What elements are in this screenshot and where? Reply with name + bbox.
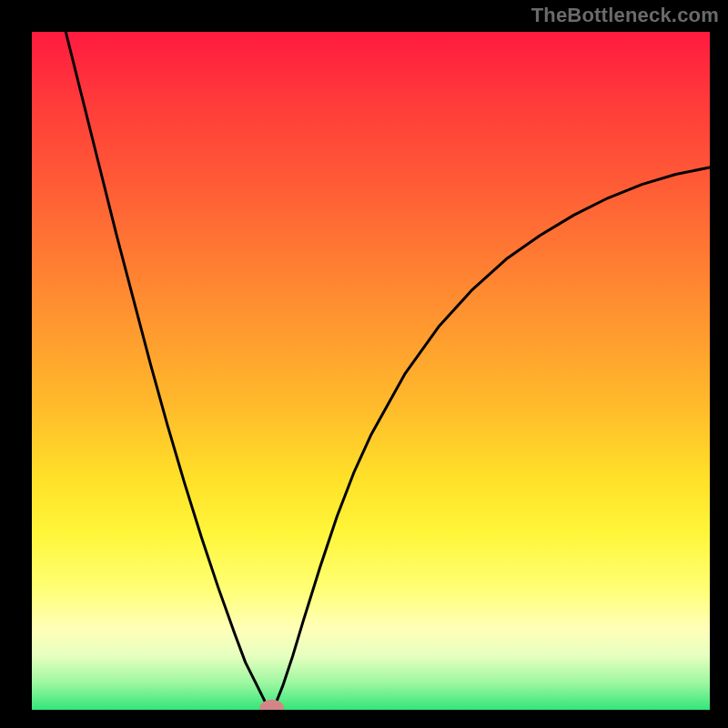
chart-frame: TheBottleneck.com bbox=[0, 0, 728, 728]
curve-left-branch bbox=[66, 32, 270, 710]
curve-right-branch bbox=[273, 167, 710, 710]
plot-area bbox=[32, 32, 710, 710]
curve-svg bbox=[32, 32, 710, 710]
watermark-text: TheBottleneck.com bbox=[531, 4, 719, 27]
